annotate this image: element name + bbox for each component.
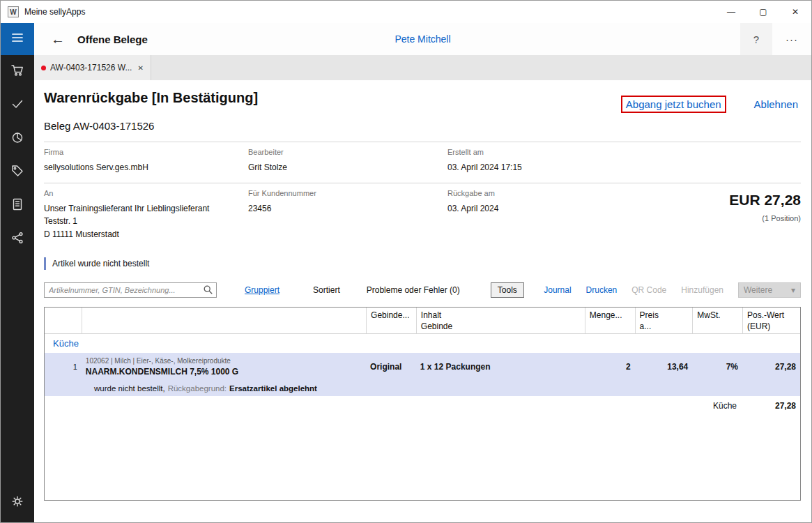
help-button[interactable]: ? [740,23,772,55]
row-note: wurde nicht bestellt, Rückgabegrund: Ers… [45,381,800,396]
menu-button[interactable] [1,23,34,55]
sidebar-item-reports[interactable] [1,122,34,156]
summary-value: 27,28 [742,401,800,411]
sidebar-item-share[interactable] [1,222,34,256]
reject-button[interactable]: Ablehnen [754,98,798,110]
print-button[interactable]: Drucken [586,285,618,295]
titlebar: W Meine sellyApps — ▢ ✕ [1,1,811,23]
field-erstellt-am: Erstellt am 03. April 2024 17:15 [447,148,622,174]
tools-button[interactable]: Tools [491,282,524,298]
table-empty-area [45,415,800,500]
cell-gebinde: Original [366,362,416,372]
search-box [44,282,217,298]
items-table: Gebinde... InhaltGebinde Menge... Preisa… [44,307,801,501]
minimize-button[interactable]: — [715,1,747,23]
cell-inhalt: 1 x 12 Packungen [416,362,585,372]
group-header: Küche [45,334,800,353]
app-icon: W [8,6,19,17]
window-title: Meine sellyApps [24,7,85,17]
article-name: NAARM.KONDENSMILCH 7,5% 1000 G [86,367,362,377]
user-name: Pete Mitchell [34,33,811,45]
page-title: Offene Belege [77,33,148,45]
maximize-button[interactable]: ▢ [747,1,779,23]
book-outflow-button[interactable]: Abgang jetzt buchen [621,96,726,113]
more-actions-dropdown[interactable]: Weitere ▾ [738,282,801,298]
window-controls: — ▢ ✕ [715,1,811,23]
document-total: EUR 27,28 (1 Position) [622,189,801,241]
tab-close-icon[interactable]: ✕ [137,64,143,72]
col-menge[interactable]: Menge... [585,308,635,333]
gear-icon [10,494,24,511]
hamburger-icon [10,31,24,47]
pie-chart-icon [10,130,24,147]
document-title: Warenrückgabe [In Bestätigung] [44,90,258,106]
table-row[interactable]: 1 102062 | Milch | Eier-, Käse-, Molkere… [45,353,800,396]
unsaved-dot-icon [41,66,46,70]
position-count: (1 Position) [622,214,801,222]
field-kundennummer: Für Kundennummer 23456 [248,189,447,241]
cell-mwst: 7% [692,362,742,372]
col-gebinde[interactable]: Gebinde... [366,308,416,333]
app-header: ← Offene Belege Pete Mitchell ? ··· [34,23,811,55]
article-description: 102062 | Milch | Eier-, Käse-, Molkereip… [82,357,366,377]
sidebar [1,23,34,522]
col-pos-wert[interactable]: Pos.-Wert(EUR) [742,308,800,333]
chevron-down-icon: ▾ [791,285,795,295]
sidebar-item-settings[interactable] [1,486,34,520]
app-window: W Meine sellyApps — ▢ ✕ [0,0,812,523]
filter-sortiert[interactable]: Sortiert [313,285,340,295]
add-item-button: Hinzufügen [681,285,723,295]
share-icon [10,231,24,248]
close-button[interactable]: ✕ [779,1,811,23]
more-options-button[interactable]: ··· [772,23,811,55]
search-icon[interactable] [203,285,213,297]
tab-label: AW-0403-171526 W... [50,63,132,73]
field-bearbeiter: Bearbeiter Grit Stolze [248,148,447,174]
sidebar-item-tasks[interactable] [1,89,34,122]
tab-bar: AW-0403-171526 W... ✕ [34,55,811,80]
col-preis[interactable]: Preisa... [635,308,693,333]
document-info: Firma sellysolutions Serv.ges.mbH Bearbe… [44,142,801,249]
search-input[interactable] [44,282,217,298]
total-amount: EUR 27,28 [622,192,801,209]
sidebar-item-labels[interactable] [1,156,34,189]
field-firma: Firma sellysolutions Serv.ges.mbH [44,148,248,174]
cart-icon [10,63,24,80]
col-inhalt-gebinde[interactable]: InhaltGebinde [416,308,585,333]
filter-probleme[interactable]: Probleme oder Fehler (0) [367,285,460,295]
field-an: An Unser Trainingslieferant Ihr Liebling… [44,189,248,241]
sidebar-item-cart[interactable] [1,55,34,89]
cell-pos-wert: 27,28 [742,362,800,372]
warning-note: Artikel wurde nicht bestellt [44,257,801,270]
field-rueckgabe-am: Rückgabe am 03. April 2024 [447,189,622,241]
group-summary: Küche 27,28 [45,396,800,415]
document-view: Warenrückgabe [In Bestätigung] Abgang je… [34,80,811,522]
items-toolbar: Gruppiert Sortiert Probleme oder Fehler … [44,282,801,298]
tag-icon [10,164,24,181]
cell-menge: 2 [585,362,635,372]
tab-document[interactable]: AW-0403-171526 W... ✕ [34,55,151,80]
cell-preis: 13,64 [635,362,693,372]
journal-button[interactable]: Journal [544,285,571,295]
qr-code-button: QR Code [631,285,666,295]
summary-group-label: Küche [45,401,742,411]
col-mwst[interactable]: MwSt. [692,308,742,333]
table-header: Gebinde... InhaltGebinde Menge... Preisa… [45,308,800,334]
back-button[interactable]: ← [51,31,65,47]
check-icon [10,97,24,114]
sidebar-item-journal[interactable] [1,189,34,222]
document-number: Beleg AW-0403-171526 [44,120,801,132]
notebook-icon [10,197,24,214]
filter-gruppiert[interactable]: Gruppiert [245,285,279,295]
article-meta: 102062 | Milch | Eier-, Käse-, Molkereip… [86,357,362,365]
row-number: 1 [45,363,82,371]
